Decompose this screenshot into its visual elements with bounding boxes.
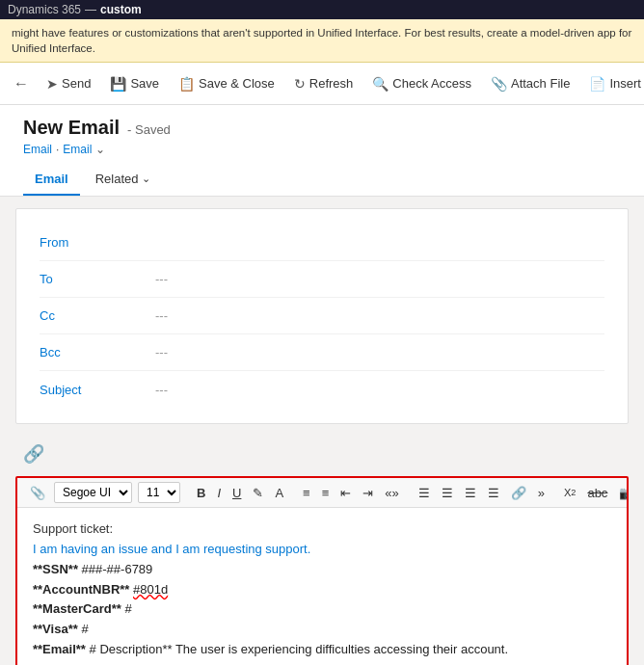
insert-template-icon: 📄	[589, 76, 605, 92]
bcc-value[interactable]: ---	[155, 345, 168, 359]
email-form: From To --- Cc --- Bcc --- Subject ---	[15, 208, 629, 424]
tabs: Email Related ⌄	[23, 164, 621, 196]
font-size-select[interactable]: 11	[138, 482, 180, 503]
underline-button[interactable]: U	[228, 483, 246, 503]
main-toolbar: ← ➤ Send 💾 Save 📋 Save & Close ↻ Refresh…	[0, 63, 644, 105]
save-close-button[interactable]: 📋 Save & Close	[171, 71, 282, 96]
blockquote-button[interactable]: «»	[380, 483, 403, 503]
breadcrumb: Email · Email ⌄	[23, 143, 621, 156]
editor-line-3: **SSN** ###-##-6789	[33, 560, 611, 580]
align-right-button[interactable]: ☰	[460, 483, 481, 503]
title-bar: Dynamics 365 — custom	[0, 0, 644, 19]
font-family-select[interactable]: Segoe UI	[54, 482, 132, 503]
editor-line-7: **Email** # Description** The user is ex…	[33, 640, 611, 660]
attachment-area: 🔗	[15, 436, 629, 472]
from-row: From	[40, 225, 604, 261]
back-button[interactable]: ←	[8, 70, 35, 97]
breadcrumb-sep: ·	[56, 143, 59, 156]
warning-text: might have features or customizations th…	[12, 27, 631, 54]
warning-banner: might have features or customizations th…	[0, 19, 644, 63]
subscript-button[interactable]: X2	[559, 484, 580, 501]
check-access-label: Check Access	[392, 76, 471, 91]
refresh-button[interactable]: ↻ Refresh	[286, 71, 362, 96]
attach-file-button[interactable]: 📎 Attach File	[483, 71, 577, 96]
font-color-button[interactable]: A	[270, 483, 288, 503]
from-label: From	[40, 235, 155, 250]
save-icon: 💾	[110, 76, 126, 92]
cc-value[interactable]: ---	[155, 308, 168, 323]
bullet-list-button[interactable]: ≡	[298, 483, 315, 503]
align-left-button[interactable]: ☰	[414, 483, 435, 503]
strikethrough-button[interactable]: abc	[582, 483, 612, 503]
refresh-label: Refresh	[309, 76, 354, 91]
image-button[interactable]: 📷	[614, 483, 627, 503]
save-close-icon: 📋	[178, 76, 195, 92]
email-editor[interactable]: 📎 Segoe UI 11 B I U ✎ A ≡ ≡ ⇤ ⇥ «» ☰ ☰ ☰…	[15, 476, 629, 665]
breadcrumb-chevron[interactable]: ⌄	[95, 143, 105, 156]
bcc-label: Bcc	[40, 345, 155, 359]
attach-file-label: Attach File	[511, 76, 570, 91]
cc-row: Cc ---	[40, 298, 604, 334]
insert-template-label: Insert Templat...	[609, 76, 644, 91]
breadcrumb-email[interactable]: Email	[23, 143, 52, 156]
editor-line-4: **AccountNBR** #801d	[33, 580, 611, 600]
highlight-button[interactable]: ✎	[248, 483, 268, 503]
refresh-icon: ↻	[294, 76, 306, 92]
send-label: Send	[62, 76, 91, 91]
save-close-label: Save & Close	[199, 76, 275, 91]
outdent-button[interactable]: ⇤	[335, 483, 356, 503]
editor-line-6: **Visa** #	[33, 620, 611, 640]
subject-value[interactable]: ---	[155, 383, 168, 397]
tab-email[interactable]: Email	[23, 164, 80, 196]
subject-label: Subject	[40, 383, 155, 397]
insert-template-button[interactable]: 📄 Insert Templat...	[581, 71, 644, 96]
ordered-list-button[interactable]: ≡	[317, 483, 335, 503]
link-button[interactable]: 🔗	[506, 483, 531, 503]
app-name: Dynamics 365	[8, 3, 81, 16]
align-center-button[interactable]: ☰	[437, 483, 458, 503]
editor-line-1: Support ticket:	[33, 519, 611, 540]
attach-file-icon: 📎	[491, 76, 507, 92]
save-label: Save	[130, 76, 159, 91]
title-custom: custom	[100, 3, 142, 16]
send-button[interactable]: ➤ Send	[39, 71, 98, 96]
bcc-row: Bcc ---	[40, 334, 604, 371]
indent-button[interactable]: ⇥	[358, 483, 378, 503]
page-header: New Email - Saved Email · Email ⌄ Email …	[0, 105, 644, 197]
editor-content-area[interactable]: Support ticket: I am having an issue and…	[17, 508, 627, 665]
saved-status: - Saved	[127, 122, 171, 137]
send-icon: ➤	[46, 76, 58, 92]
attachment-icon[interactable]: 🔗	[23, 443, 44, 465]
italic-button[interactable]: I	[212, 483, 226, 503]
align-justify-button[interactable]: ☰	[483, 483, 504, 503]
tab-related[interactable]: Related ⌄	[84, 164, 162, 196]
page-title: New Email	[23, 117, 120, 139]
editor-clip-icon[interactable]: 📎	[25, 483, 50, 503]
title-separator: —	[85, 3, 96, 16]
editor-line-2: I am having an issue and I am requesting…	[33, 540, 611, 560]
check-access-icon: 🔍	[372, 76, 389, 92]
breadcrumb-email2[interactable]: Email	[63, 143, 92, 156]
check-access-button[interactable]: 🔍 Check Access	[364, 71, 479, 96]
cc-label: Cc	[40, 308, 155, 323]
save-button[interactable]: 💾 Save	[102, 71, 167, 96]
to-row: To ---	[40, 261, 604, 298]
related-chevron-icon: ⌄	[142, 173, 150, 185]
to-label: To	[40, 272, 155, 286]
bold-button[interactable]: B	[192, 483, 210, 503]
editor-toolbar: 📎 Segoe UI 11 B I U ✎ A ≡ ≡ ⇤ ⇥ «» ☰ ☰ ☰…	[17, 478, 627, 508]
to-value[interactable]: ---	[155, 272, 168, 286]
subject-row: Subject ---	[40, 371, 604, 408]
more-button[interactable]: »	[533, 483, 550, 503]
editor-line-5: **MasterCard** #	[33, 599, 611, 620]
